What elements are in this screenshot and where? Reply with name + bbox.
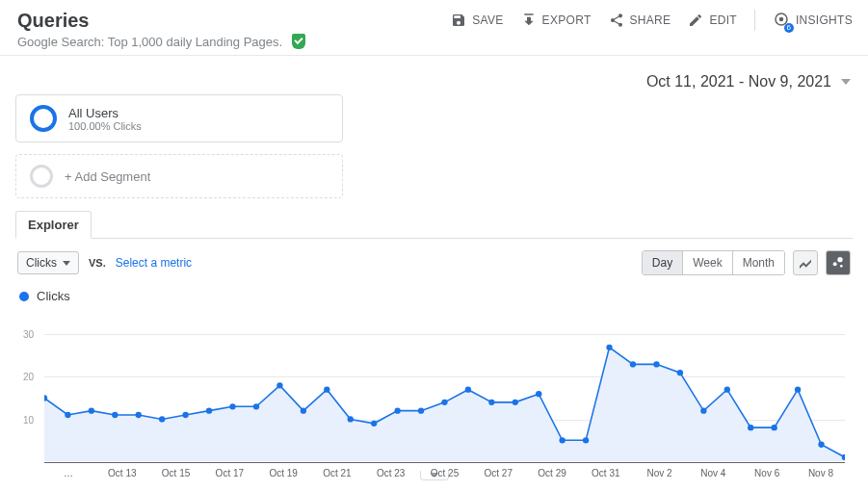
page-subtitle: Google Search: Top 1,000 daily Landing P… <box>17 35 282 49</box>
chevron-down-icon <box>841 79 851 85</box>
svg-point-30 <box>630 361 636 367</box>
svg-point-4 <box>840 265 843 268</box>
add-segment-button[interactable]: + Add Segment <box>15 154 343 198</box>
download-icon <box>521 13 537 28</box>
legend-label: Clicks <box>37 289 70 303</box>
x-tick: Oct 29 <box>528 468 576 478</box>
page-title: Queries <box>17 10 89 32</box>
svg-point-15 <box>276 382 282 388</box>
segment-ring-icon <box>30 105 57 132</box>
chart-controls: Clicks VS. Select a metric Day Week Mont… <box>15 239 853 279</box>
svg-point-35 <box>748 425 753 430</box>
share-icon <box>609 13 624 28</box>
share-button[interactable]: SHARE <box>609 13 671 28</box>
svg-point-34 <box>724 387 730 393</box>
svg-point-8 <box>112 412 118 418</box>
segment-all-users[interactable]: All Users 100.00% Clicks <box>15 94 343 142</box>
legend-dot-icon <box>19 292 29 301</box>
x-tick: Nov 4 <box>689 468 737 478</box>
line-chart-icon <box>798 255 813 271</box>
header-actions: SAVE EXPORT SHARE EDIT 6 INSIGHTS <box>451 10 853 31</box>
svg-point-9 <box>136 412 142 418</box>
x-tick: Nov 8 <box>797 468 845 478</box>
page-subtitle-row: Google Search: Top 1,000 daily Landing P… <box>17 34 305 49</box>
chart-area: 30 20 10 …Oct 13Oct 15Oct 17Oct 19Oct 21… <box>19 309 849 463</box>
svg-point-7 <box>89 407 94 413</box>
svg-point-17 <box>324 387 329 393</box>
svg-point-29 <box>606 345 612 350</box>
svg-point-13 <box>229 403 235 409</box>
divider <box>754 10 755 31</box>
edit-button[interactable]: EDIT <box>688 13 737 28</box>
svg-point-23 <box>465 387 471 393</box>
svg-point-38 <box>818 442 824 448</box>
svg-point-24 <box>488 400 494 405</box>
svg-point-11 <box>182 412 188 418</box>
x-tick: Oct 13 <box>98 468 146 478</box>
svg-point-18 <box>348 416 354 422</box>
svg-point-16 <box>301 407 306 413</box>
x-tick: Nov 6 <box>743 468 791 478</box>
save-button[interactable]: SAVE <box>451 13 503 28</box>
svg-point-6 <box>65 412 70 418</box>
svg-point-28 <box>583 437 589 443</box>
svg-point-25 <box>513 400 518 405</box>
segment-label: All Users <box>68 106 142 120</box>
chart-type-line-button[interactable] <box>793 250 818 275</box>
x-tick: Nov 2 <box>636 468 684 478</box>
page-header: Queries Google Search: Top 1,000 daily L… <box>0 0 868 56</box>
date-range-picker[interactable]: Oct 11, 2021 - Nov 9, 2021 <box>646 73 851 90</box>
vs-label: VS. <box>89 257 106 269</box>
svg-point-36 <box>771 425 776 430</box>
save-icon <box>451 13 466 28</box>
tab-explorer[interactable]: Explorer <box>15 211 92 239</box>
x-axis <box>44 462 845 463</box>
svg-point-27 <box>559 437 565 443</box>
granularity-week[interactable]: Week <box>683 251 732 274</box>
x-tick: Oct 15 <box>152 468 200 478</box>
add-segment-label: + Add Segment <box>65 169 150 184</box>
export-button[interactable]: EXPORT <box>521 13 592 28</box>
granularity-month[interactable]: Month <box>733 251 784 274</box>
x-tick: Oct 23 <box>367 468 415 478</box>
granularity-day[interactable]: Day <box>643 251 683 274</box>
insights-badge: 6 <box>784 23 794 33</box>
tab-strip: Explorer <box>15 210 853 239</box>
x-tick: Oct 25 <box>420 468 468 478</box>
empty-circle-icon <box>30 165 53 188</box>
x-tick: Oct 19 <box>259 468 307 478</box>
svg-point-19 <box>371 421 377 426</box>
line-chart <box>44 309 845 461</box>
svg-point-14 <box>253 403 259 409</box>
x-tick: Oct 31 <box>582 468 630 478</box>
svg-point-12 <box>206 407 212 413</box>
chart-type-motion-button[interactable] <box>826 250 851 275</box>
granularity-toggle: Day Week Month <box>642 250 785 275</box>
insights-icon: 6 <box>773 11 790 31</box>
x-tick: Oct 17 <box>205 468 253 478</box>
svg-point-32 <box>677 370 683 375</box>
svg-point-22 <box>441 400 447 405</box>
insights-button[interactable]: 6 INSIGHTS <box>773 11 853 31</box>
svg-point-31 <box>653 361 659 367</box>
svg-point-26 <box>536 391 541 397</box>
svg-point-20 <box>394 407 400 413</box>
bubble-chart-icon <box>830 255 846 271</box>
shield-verified-icon <box>292 34 305 49</box>
select-metric-link[interactable]: Select a metric <box>116 256 192 270</box>
x-ticks: …Oct 13Oct 15Oct 17Oct 19Oct 21Oct 23Oct… <box>44 468 845 478</box>
svg-point-33 <box>700 407 706 413</box>
chevron-down-icon <box>63 261 70 266</box>
svg-point-37 <box>795 387 801 393</box>
pencil-icon <box>688 13 703 28</box>
series-legend: Clicks <box>15 279 853 309</box>
svg-point-10 <box>159 416 165 422</box>
x-tick: … <box>44 468 92 478</box>
x-tick: Oct 27 <box>474 468 522 478</box>
svg-point-1 <box>779 16 784 21</box>
metric-dropdown[interactable]: Clicks <box>17 251 79 274</box>
x-tick: Oct 21 <box>313 468 361 478</box>
svg-point-3 <box>837 257 842 262</box>
svg-point-21 <box>418 407 424 413</box>
svg-point-2 <box>833 262 837 266</box>
